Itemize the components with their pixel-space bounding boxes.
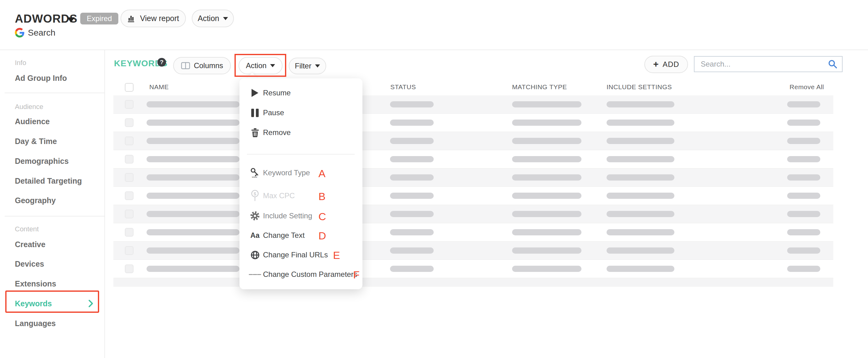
skeleton-status-cell (390, 156, 434, 162)
sidebar-item-detailed-targeting[interactable]: Detailed Targeting (15, 176, 82, 186)
sidebar-item-demographics[interactable]: Demographics (15, 157, 69, 166)
table-footer-strip (113, 278, 833, 287)
columns-button[interactable]: Columns (173, 57, 231, 74)
row-checkbox[interactable] (125, 191, 133, 200)
sidebar-item-geography[interactable]: Geography (15, 196, 56, 205)
skeleton-matching-type-cell (512, 248, 582, 254)
column-header-name[interactable]: NAME (149, 80, 169, 95)
skeleton-remove-cell (787, 266, 820, 272)
top-action-label: Action (198, 14, 219, 23)
help-icon[interactable]: ? (157, 58, 166, 67)
channel-label: Search (28, 28, 56, 38)
add-button[interactable]: + ADD (644, 56, 688, 73)
skeleton-status-cell (390, 248, 434, 254)
add-label: ADD (662, 60, 679, 69)
sidebar-item-devices[interactable]: Devices (15, 260, 44, 268)
search-input[interactable] (694, 60, 828, 68)
menu-item-change-custom-parameters[interactable]: Change Custom Parameters (240, 267, 363, 281)
top-action-button[interactable]: Action (192, 10, 234, 27)
row-checkbox[interactable] (125, 264, 133, 273)
sidebar-item-extensions[interactable]: Extensions (15, 279, 56, 288)
column-header-status[interactable]: STATUS (390, 80, 416, 95)
table-header-row: NAME STATUS MATCHING TYPE INCLUDE SETTIN… (113, 80, 833, 95)
adwords-ad-group-page: ADWORDS Expired View report Action Searc… (0, 0, 868, 358)
menu-item-change-text[interactable]: Aa Change Text (240, 229, 363, 242)
table-row (113, 168, 833, 187)
row-checkbox[interactable] (125, 228, 133, 237)
skeleton-remove-cell (787, 248, 820, 254)
keywords-table: NAME STATUS MATCHING TYPE INCLUDE SETTIN… (113, 80, 833, 287)
skeleton-matching-type-cell (512, 266, 582, 272)
annotation-letter-b: B (318, 191, 326, 202)
play-icon (249, 89, 261, 97)
menu-item-resume[interactable]: Resume (240, 86, 363, 100)
menu-divider (247, 154, 355, 155)
skeleton-name-cell (147, 138, 240, 144)
filter-button[interactable]: Filter (289, 58, 326, 74)
row-checkbox[interactable] (125, 210, 133, 218)
pause-icon (249, 109, 261, 117)
skeleton-matching-type-cell (512, 211, 582, 217)
skeleton-include-settings-cell (607, 156, 674, 162)
skeleton-include-settings-cell (607, 193, 674, 199)
skeleton-status-cell (390, 193, 434, 199)
column-header-remove-all[interactable]: Remove All (750, 80, 824, 95)
table-body (113, 95, 833, 278)
search-box (694, 56, 843, 72)
chevron-down-icon (315, 64, 320, 67)
view-report-button[interactable]: View report (121, 10, 186, 27)
chevron-down-icon (223, 17, 228, 20)
skeleton-include-settings-cell (607, 211, 674, 217)
skeleton-remove-cell (787, 120, 820, 126)
sidebar-item-day-time[interactable]: Day & Time (15, 137, 57, 146)
column-header-matching-type[interactable]: MATCHING TYPE (512, 80, 567, 95)
skeleton-status-cell (390, 138, 434, 144)
row-checkbox[interactable] (125, 246, 133, 255)
table-row (113, 205, 833, 223)
skeleton-remove-cell (787, 156, 820, 162)
skeleton-include-settings-cell (607, 266, 674, 272)
skeleton-status-cell (390, 101, 434, 107)
select-all-checkbox[interactable] (125, 83, 133, 92)
annotation-letter-a: A (318, 167, 326, 180)
action-button[interactable]: Action (239, 57, 282, 74)
bar-chart-icon (127, 14, 136, 23)
table-row (113, 187, 833, 205)
menu-item-include-setting[interactable]: Include Setting (240, 209, 363, 223)
row-checkbox[interactable] (125, 173, 133, 182)
sidebar-item-languages[interactable]: Languages (15, 319, 56, 328)
skeleton-status-cell (390, 211, 434, 217)
sidebar-item-keywords[interactable]: Keywords (15, 299, 52, 308)
column-header-include-settings[interactable]: INCLUDE SETTINGS (607, 80, 672, 95)
row-checkbox[interactable] (125, 137, 133, 145)
menu-item-max-cpc[interactable]: $ Max CPC (240, 189, 363, 202)
skeleton-matching-type-cell (512, 101, 582, 107)
menu-item-change-final-urls[interactable]: Change Final URLs (240, 248, 363, 262)
skeleton-remove-cell (787, 193, 820, 199)
skeleton-name-cell (147, 120, 240, 126)
table-row (113, 95, 833, 113)
row-checkbox[interactable] (125, 100, 133, 109)
skeleton-name-cell (147, 156, 240, 162)
skeleton-matching-type-cell (512, 120, 582, 126)
skeleton-name-cell (147, 266, 240, 272)
skeleton-remove-cell (787, 211, 820, 217)
chevron-right-icon[interactable] (88, 299, 94, 308)
menu-item-pause[interactable]: Pause (240, 106, 363, 120)
skeleton-matching-type-cell (512, 193, 582, 199)
skeleton-status-cell (390, 174, 434, 181)
title-dropdown-caret-icon[interactable] (67, 17, 75, 23)
row-checkbox[interactable] (125, 118, 133, 127)
sidebar-item-ad-group-info[interactable]: Ad Group Info (15, 74, 67, 83)
search-icon[interactable] (828, 59, 838, 69)
menu-item-remove[interactable]: Remove (240, 126, 363, 139)
filter-label: Filter (295, 62, 311, 70)
sidebar-item-creative[interactable]: Creative (15, 240, 45, 249)
chevron-down-icon (270, 64, 275, 67)
row-checkbox[interactable] (125, 155, 133, 164)
sidebar-section-info: Info (15, 59, 26, 67)
sidebar-item-audience[interactable]: Audience (15, 117, 50, 126)
menu-item-keyword-type[interactable]: www Keyword Type (240, 166, 363, 180)
annotation-letter-e: E (333, 249, 340, 261)
skeleton-matching-type-cell (512, 229, 582, 235)
